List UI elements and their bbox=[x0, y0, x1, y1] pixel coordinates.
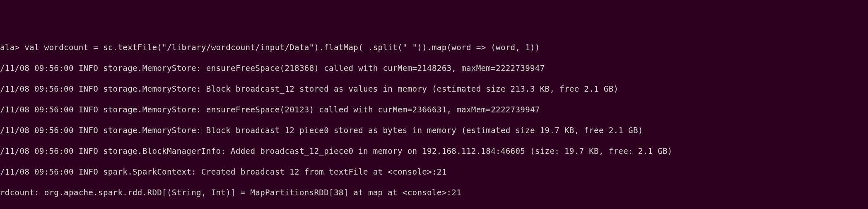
terminal-line-log-memorystore-block1: /11/08 09:56:00 INFO storage.MemoryStore… bbox=[0, 84, 868, 94]
terminal-line-log-memorystore-ensure2: /11/08 09:56:00 INFO storage.MemoryStore… bbox=[0, 104, 868, 115]
terminal-line-result-rdcount: rdcount: org.apache.spark.rdd.RDD[(Strin… bbox=[0, 187, 868, 198]
terminal-line-log-sparkcontext: /11/08 09:56:00 INFO spark.SparkContext:… bbox=[0, 167, 868, 177]
terminal-line-log-memorystore-block2: /11/08 09:56:00 INFO storage.MemoryStore… bbox=[0, 125, 868, 136]
terminal-line-command-wordcount: ala> val wordcount = sc.textFile("/libra… bbox=[0, 42, 868, 53]
terminal-line-log-memorystore-ensure1: /11/08 09:56:00 INFO storage.MemoryStore… bbox=[0, 63, 868, 73]
terminal-line-log-blockmanager: /11/08 09:56:00 INFO storage.BlockManage… bbox=[0, 146, 868, 156]
